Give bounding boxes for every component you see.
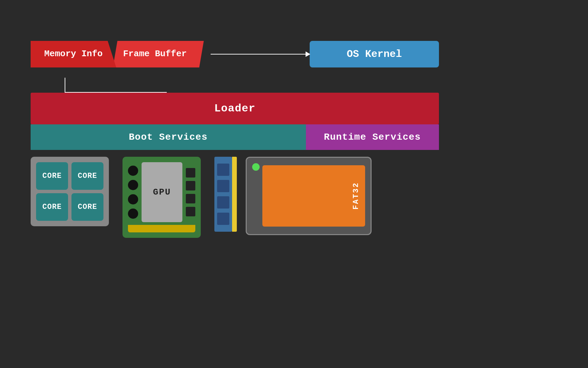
core-3-label: CORE	[78, 203, 97, 211]
tab-connector	[31, 78, 439, 93]
gpu-sq-1	[186, 168, 195, 178]
storage-led	[252, 163, 260, 171]
cpu-chip: CORE CORE CORE CORE	[31, 157, 109, 226]
core-1-label: CORE	[78, 172, 97, 180]
core-2: CORE	[36, 193, 68, 221]
ram-pcb	[214, 157, 232, 232]
services-row: Boot Services Runtime Services	[31, 124, 439, 150]
frame-buffer-label: Frame Buffer	[123, 48, 187, 60]
loader-bar: Loader	[31, 93, 439, 124]
gpu-center: GPU	[142, 162, 182, 222]
gpu-dots-left	[128, 162, 138, 222]
gpu-bottom-bar	[128, 225, 195, 232]
gpu-dot-4	[128, 209, 138, 219]
runtime-services-label: Runtime Services	[324, 132, 421, 142]
memory-info-tab: Memory Info	[31, 41, 116, 67]
core-2-label: CORE	[43, 203, 62, 211]
os-kernel-label: OS Kernel	[347, 48, 402, 60]
gpu-label: GPU	[153, 187, 171, 197]
gpu-sq-3	[186, 194, 195, 203]
ram-chip-1	[217, 164, 229, 176]
gpu-squares-right	[186, 162, 195, 222]
connector-horizontal	[65, 92, 167, 93]
frame-buffer-tab: Frame Buffer	[113, 41, 204, 67]
components-row: CORE CORE CORE CORE GPU	[31, 157, 439, 238]
storage-screen: FAT32	[262, 165, 365, 227]
core-1: CORE	[71, 162, 103, 190]
storage-device: FAT32	[246, 157, 372, 235]
gpu-inner: GPU	[128, 162, 195, 222]
gpu-chip: GPU	[122, 157, 201, 238]
gpu-sq-2	[186, 181, 195, 190]
core-3: CORE	[71, 193, 103, 221]
ram-stick	[214, 157, 232, 232]
ram-chip-4	[217, 213, 229, 225]
gpu-dot-2	[128, 180, 138, 190]
boot-services-box: Boot Services	[31, 124, 306, 150]
core-0-label: CORE	[43, 172, 62, 180]
tab-group: Memory Info Frame Buffer	[31, 41, 204, 67]
loader-label: Loader	[214, 102, 255, 115]
arrow-line	[211, 54, 306, 55]
core-0: CORE	[36, 162, 68, 190]
ram-chip-3	[217, 196, 229, 209]
gpu-dot-3	[128, 194, 138, 204]
ram-chip-2	[217, 180, 229, 192]
diagram-container: Memory Info Frame Buffer OS Kernel Loade…	[31, 41, 439, 238]
gpu-dot-1	[128, 166, 138, 176]
memory-info-label: Memory Info	[44, 48, 103, 60]
connector-vertical	[65, 78, 65, 93]
os-kernel-box: OS Kernel	[310, 41, 439, 67]
runtime-services-box: Runtime Services	[306, 124, 439, 150]
gpu-sq-4	[186, 207, 195, 216]
fat32-label: FAT32	[352, 182, 360, 210]
ram-side-bar	[232, 157, 237, 232]
top-row: Memory Info Frame Buffer OS Kernel	[31, 41, 439, 67]
boot-services-label: Boot Services	[129, 132, 208, 142]
